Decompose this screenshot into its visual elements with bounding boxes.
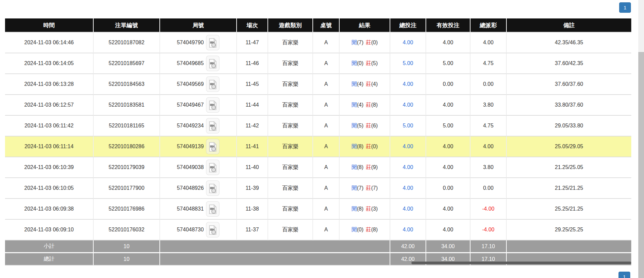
total-bet-link[interactable]: 4.00 (403, 164, 413, 170)
cell-round-id: 574048831 (160, 199, 237, 220)
cell-valid-bet: 4.00 (426, 220, 470, 240)
cell-bet-id: 522010183581 (94, 95, 160, 116)
payout-amount: 4.75 (483, 60, 493, 66)
table-row: 2024-11-03 06:13:28 522010184563 5740495… (5, 74, 631, 95)
table-no: A (324, 123, 328, 128)
total-bet-link[interactable]: 4.00 (403, 185, 413, 191)
cell-payout: 3.80 (470, 95, 507, 116)
cell-round-id: 574049139 (160, 136, 237, 157)
video-replay-button[interactable] (206, 201, 219, 217)
payout-amount: 4.00 (483, 40, 493, 45)
subtotal-valid-bet: 34.00 (426, 240, 470, 252)
header-table-no: 桌號 (313, 18, 340, 32)
game-type: 百家樂 (282, 185, 298, 191)
player-result-score: (7) (357, 40, 363, 45)
cell-round-id: 574049467 (160, 95, 237, 116)
cell-time: 2024-11-03 06:11:42 (5, 116, 94, 136)
player-result-label: 閒 (351, 227, 357, 232)
total-bet-link[interactable]: 4.00 (403, 81, 413, 87)
cell-result: 閒(4)莊(8) (340, 95, 390, 116)
cell-payout: 4.75 (470, 116, 507, 136)
valid-bet: 0.00 (443, 81, 453, 87)
pagination-page-1-bottom[interactable]: 1 (618, 272, 630, 278)
cell-time: 2024-11-03 06:13:28 (5, 74, 94, 95)
banker-result-label: 莊 (366, 185, 371, 191)
total-bet-link[interactable]: 4.00 (403, 40, 413, 45)
cell-bet-id: 522010177900 (94, 178, 160, 199)
table-no: A (324, 60, 328, 66)
valid-bet: 4.00 (443, 102, 453, 108)
cell-time: 2024-11-03 06:09:10 (5, 220, 94, 240)
game-type: 百家樂 (282, 227, 298, 232)
pagination-page-1-top[interactable]: 1 (619, 2, 631, 13)
payout-amount: 4.00 (483, 144, 493, 149)
bet-id: 522010187082 (109, 40, 145, 45)
table-row: 2024-11-03 06:14:05 522010185697 5740496… (5, 53, 631, 74)
round-id: 574049569 (177, 81, 204, 87)
round-id: 574049685 (177, 60, 204, 66)
vertical-scrollbar[interactable] (638, 0, 644, 278)
cell-session: 11-38 (237, 199, 268, 220)
vertical-scrollbar-thumb[interactable] (638, 52, 644, 278)
round-id: 574048831 (177, 206, 204, 212)
cell-time: 2024-11-03 06:14:46 (5, 32, 94, 53)
payout-amount: 0.00 (483, 81, 493, 87)
video-replay-button[interactable] (206, 35, 219, 50)
cell-total-bet: 4.00 (390, 32, 426, 53)
round-id: 574049234 (177, 123, 204, 129)
cell-table-no: A (313, 178, 340, 199)
table-no: A (324, 40, 328, 45)
valid-bet: 4.00 (443, 206, 453, 212)
game-type: 百家樂 (282, 102, 298, 108)
video-replay-button[interactable] (206, 118, 219, 133)
subtotal-spacer (160, 240, 390, 252)
table-no: A (324, 144, 328, 149)
bet-id: 522010179039 (109, 164, 145, 170)
video-replay-button[interactable] (206, 76, 219, 92)
cell-valid-bet: 5.00 (426, 116, 470, 136)
video-replay-button[interactable] (206, 222, 219, 237)
cell-time: 2024-11-03 06:14:05 (5, 53, 94, 74)
cell-round-id: 574049038 (160, 157, 237, 178)
video-replay-button[interactable] (206, 97, 219, 113)
total-bet-link[interactable]: 4.00 (403, 227, 413, 232)
cell-table-no: A (313, 199, 340, 220)
player-result-score: (0) (357, 60, 363, 66)
cell-total-bet: 4.00 (390, 220, 426, 240)
cell-total-bet: 4.00 (390, 136, 426, 157)
round-id: 574049790 (177, 40, 204, 46)
header-remark: 備註 (507, 18, 631, 32)
cell-result: 閒(5)莊(6) (340, 116, 390, 136)
banker-result-score: (4) (371, 81, 378, 87)
session-no: 11-38 (246, 206, 259, 212)
total-bet-link[interactable]: 4.00 (403, 144, 413, 149)
round-id: 574049139 (177, 144, 204, 150)
banker-result-label: 莊 (366, 60, 371, 66)
subtotal-payout: 17.10 (470, 240, 507, 252)
total-bet-link[interactable]: 5.00 (403, 123, 413, 128)
total-bet-link[interactable]: 5.00 (403, 60, 413, 66)
total-bet-link[interactable]: 4.00 (403, 206, 413, 212)
video-replay-button[interactable] (206, 160, 219, 175)
session-no: 11-44 (246, 102, 259, 108)
video-replay-button[interactable] (206, 56, 219, 71)
horizontal-scrollbar-thumb[interactable] (411, 262, 631, 264)
session-no: 11-41 (246, 144, 259, 149)
session-no: 11-37 (246, 227, 259, 232)
video-icon (208, 79, 217, 90)
bet-time: 2024-11-03 06:09:38 (24, 206, 73, 212)
game-type: 百家樂 (282, 81, 298, 87)
valid-bet: 5.00 (443, 60, 453, 66)
player-result-score: (4) (357, 102, 363, 108)
video-replay-button[interactable] (206, 139, 219, 154)
cell-game-type: 百家樂 (268, 136, 313, 157)
cell-session: 11-45 (237, 74, 268, 95)
video-replay-button[interactable] (206, 180, 219, 196)
cell-round-id: 574048926 (160, 178, 237, 199)
banker-result-score: (8) (371, 227, 378, 232)
cell-payout: 3.80 (470, 157, 507, 178)
remark-balance: 37.60/37.60 (555, 81, 583, 87)
cell-result: 閒(8)莊(9) (340, 157, 390, 178)
total-bet-link[interactable]: 4.00 (403, 102, 413, 108)
header-total-bet: 總投注 (390, 18, 426, 32)
